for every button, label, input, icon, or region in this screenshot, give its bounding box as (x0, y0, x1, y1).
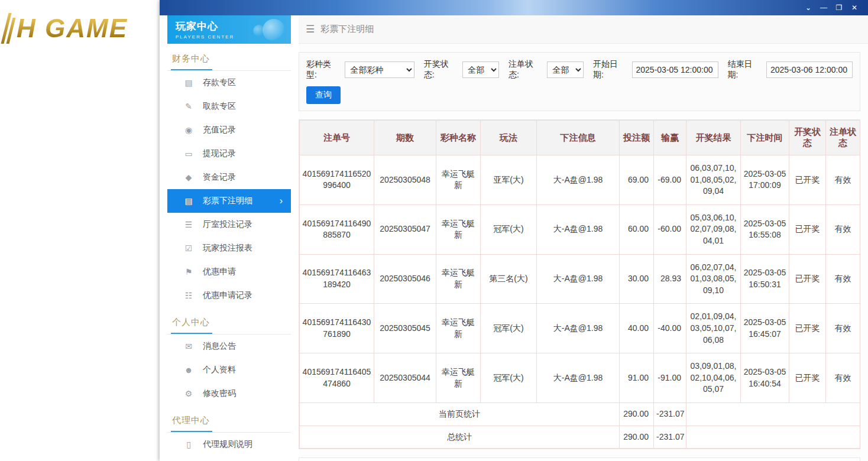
sidebar-item-promo-apply[interactable]: ⚑优惠申请 (167, 260, 291, 284)
sidebar-item-deposit-area[interactable]: ▤存款专区 (167, 71, 291, 95)
window-dropdown-icon[interactable]: ⌄ (801, 0, 816, 15)
menu-toggle-icon[interactable]: ☰ (306, 23, 315, 35)
sidebar-item-label: 充值记录 (203, 125, 236, 135)
draw-status-select[interactable]: 全部 (462, 61, 499, 78)
end-date-label: 结束日期: (728, 59, 763, 80)
cell: 69.00 (620, 155, 654, 205)
cell: 06,03,07,10,01,08,05,02,09,04 (686, 155, 741, 205)
cell: 2025-03-05 17:00:09 (741, 155, 789, 205)
cell: 幸运飞艇新 (436, 155, 481, 205)
summary-bet-total: 290.00 (620, 426, 654, 449)
logo-bars-icon (1, 13, 17, 44)
cell: 401569174116430761890 (300, 304, 374, 353)
cell: -69.00 (654, 155, 686, 205)
page-title: 彩票下注明细 (320, 24, 374, 35)
pagination-bar: 每页显示20条 共5条 首页 上一页 1 下一页 第 页 跳转 (299, 457, 860, 461)
cell: 06,02,07,04,01,03,08,05,09,10 (686, 254, 741, 304)
col-win-loss: 输赢 (654, 121, 686, 155)
cell: 已开奖 (789, 204, 826, 254)
sidebar-item-label: 玩家投注报表 (203, 243, 252, 254)
bet-status-select[interactable]: 全部 (547, 61, 584, 78)
withdrawal-records-icon: ▭ (184, 149, 193, 158)
lottery-type-label: 彩种类型: (306, 59, 341, 80)
table-row: 40156917411643076189020250305045幸运飞艇新冠军(… (300, 304, 860, 353)
sidebar-item-fund-records[interactable]: ◆资金记录 (167, 165, 291, 189)
cell: 幸运飞艇新 (436, 204, 481, 254)
sidebar-item-label: 优惠申请记录 (203, 290, 252, 301)
cell: 大-A盘@1.98 (537, 353, 620, 403)
col-draw-result: 开奖结果 (686, 121, 741, 155)
sidebar-item-withdrawal-records[interactable]: ▭提现记录 (167, 142, 291, 165)
start-date-input[interactable] (632, 61, 718, 78)
draw-status-label: 开奖状态: (424, 59, 459, 80)
cell: 03,09,01,08,02,10,04,06,05,07 (686, 353, 741, 403)
sidebar-item-lottery-bet-details[interactable]: ▤彩票下注明细› (167, 189, 291, 213)
bet-status-label: 注单状态: (509, 59, 543, 80)
window-close-icon[interactable]: ✕ (847, 0, 862, 15)
cell: 28.93 (654, 254, 686, 304)
cell: 大-A盘@1.98 (537, 304, 620, 353)
cell: 大-A盘@1.98 (537, 155, 620, 205)
table-row: 40156917411649088587020250305047幸运飞艇新冠军(… (300, 204, 860, 254)
start-date-label: 开始日期: (593, 59, 628, 80)
cell: 有效 (826, 155, 860, 205)
sidebar-item-label: 厅室投注记录 (203, 219, 252, 230)
sidebar-item-change-password[interactable]: ⚙修改密码 (167, 382, 291, 405)
cell: 已开奖 (789, 304, 826, 353)
window-titlebar: ⌄ — ❐ ✕ (160, 0, 868, 15)
table-row: 40156917411640547486020250305044幸运飞艇新冠军(… (300, 353, 860, 403)
sidebar-item-label: 取款专区 (203, 101, 236, 112)
cell: 有效 (826, 304, 860, 353)
brand-logo-text: H GAME (17, 14, 128, 43)
summary-win-loss: -231.07 (654, 426, 686, 449)
lottery-type-select[interactable]: 全部彩种 (345, 61, 414, 78)
cell: 幸运飞艇新 (436, 353, 481, 403)
withdraw-area-icon: ✎ (184, 102, 193, 111)
sidebar-item-withdraw-area[interactable]: ✎取款专区 (167, 95, 291, 118)
col-play-type: 玩法 (481, 121, 537, 155)
bets-table: 注单号 期数 彩种名称 玩法 下注信息 投注额 输赢 开奖结果 下注时间 开奖状… (299, 120, 860, 449)
personal-profile-icon: ☻ (184, 365, 193, 375)
recharge-records-icon: ◉ (184, 125, 193, 135)
sidebar-item-player-bet-report[interactable]: ☑玩家投注报表 (167, 236, 291, 260)
cell: 30.00 (620, 254, 654, 304)
cell: 第三名(大) (481, 254, 537, 304)
summary-row: 当前页统计290.00-231.07 (300, 402, 860, 426)
sidebar-item-recharge-records[interactable]: ◉充值记录 (167, 118, 291, 142)
sidebar-sections: 财务中心▤存款专区✎取款专区◉充值记录▭提现记录◆资金记录▤彩票下注明细›☰厅室… (167, 44, 291, 456)
cell: 幸运飞艇新 (436, 254, 481, 304)
agent-rules-icon: ▯ (184, 440, 193, 449)
player-bet-report-icon: ☑ (184, 244, 193, 253)
sidebar-section-title: 代理中心 (167, 405, 291, 433)
cell: 已开奖 (789, 353, 826, 403)
table-row: 40156917411646318942020250305046幸运飞艇新第三名… (300, 254, 860, 304)
cell: 亚军(大) (481, 155, 537, 205)
summary-empty (686, 402, 860, 426)
sidebar-item-agent-rules[interactable]: ▯代理规则说明 (167, 433, 291, 456)
summary-label: 当前页统计 (300, 402, 620, 426)
sidebar-item-hall-bet-records[interactable]: ☰厅室投注记录 (167, 213, 291, 236)
sidebar-item-personal-profile[interactable]: ☻个人资料 (167, 358, 291, 382)
query-button[interactable]: 查询 (306, 86, 341, 104)
end-date-input[interactable] (766, 61, 853, 78)
col-bet-info: 下注信息 (537, 121, 620, 155)
cell: 60.00 (620, 204, 654, 254)
promo-apply-records-icon: ☷ (184, 291, 193, 300)
sidebar-section-title: 个人中心 (167, 307, 291, 335)
cell: 有效 (826, 353, 860, 403)
cell: 20250305046 (374, 254, 436, 304)
change-password-icon: ⚙ (184, 389, 193, 398)
brand-area: H GAME (0, 0, 160, 461)
cell: 冠军(大) (481, 304, 537, 353)
table-body: 40156917411652099640020250305048幸运飞艇新亚军(… (300, 155, 860, 449)
cell: 20250305045 (374, 304, 436, 353)
deposit-area-icon: ▤ (184, 78, 193, 87)
app-window: ⌄ — ❐ ✕ 玩家中心 PLAYERS CENTER 财务中心▤存款专区✎取款… (160, 0, 868, 461)
sidebar-item-message-announcements[interactable]: ✉消息公告 (167, 335, 291, 358)
window-minimize-icon[interactable]: — (816, 0, 831, 15)
page-header: ☰ 彩票下注明细 (299, 15, 868, 44)
col-bet-amount: 投注额 (620, 121, 654, 155)
window-maximize-icon[interactable]: ❐ (831, 0, 847, 15)
table-panel: 注单号 期数 彩种名称 玩法 下注信息 投注额 输赢 开奖结果 下注时间 开奖状… (299, 119, 860, 449)
sidebar-item-promo-apply-records[interactable]: ☷优惠申请记录 (167, 284, 291, 307)
